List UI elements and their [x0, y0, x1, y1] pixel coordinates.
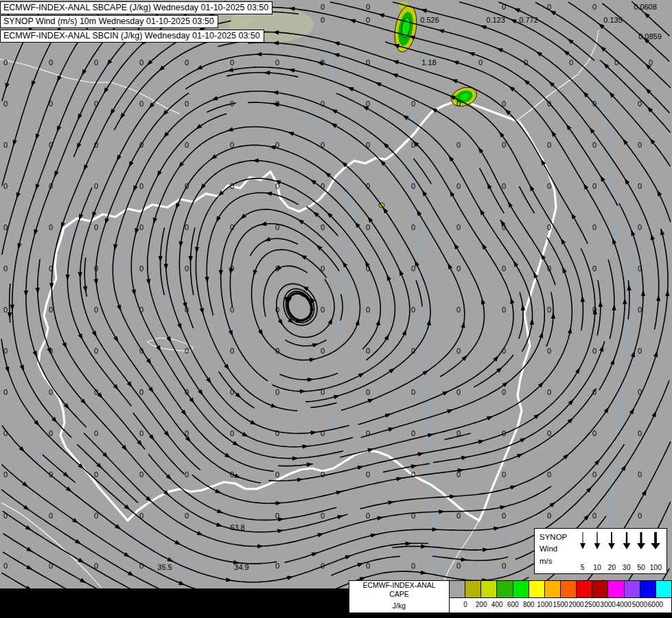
grid-value-label: 0	[321, 3, 325, 11]
grid-value-label: 0	[321, 16, 325, 24]
grid-value-label: 0	[502, 388, 506, 396]
grid-value-label: 0	[321, 223, 325, 231]
grid-value-label: 0	[185, 470, 189, 479]
wind-arrow-icon	[577, 531, 588, 550]
grid-value-label: 0	[569, 58, 573, 67]
cape-color-cell	[640, 581, 656, 597]
cape-tick-label: 400	[491, 601, 503, 608]
grid-value-label: 0	[321, 562, 325, 570]
grid-value-label: 0	[94, 264, 98, 273]
wind-arrow-icon	[636, 531, 647, 550]
grid-value-label: 0	[185, 223, 189, 231]
grid-value-label: 0	[139, 388, 143, 396]
grid-value-label: 0	[502, 562, 506, 570]
grid-value-label: 0	[49, 182, 53, 190]
wind-speed-label: 50	[637, 564, 645, 572]
cape-color-cell	[529, 581, 545, 597]
grid-value-label: 0	[139, 141, 143, 149]
grid-value-label: 0	[547, 347, 551, 355]
grid-value-label: 0	[502, 306, 506, 314]
grid-value-label: 0.135	[603, 16, 623, 24]
grid-value-label: 0	[638, 100, 642, 108]
grid-value-label: 0	[275, 141, 279, 149]
grid-value-label: 0	[411, 429, 415, 437]
grid-value-label: 0	[275, 264, 279, 273]
grid-value-label: 0	[230, 347, 234, 355]
grid-value-label: 0	[411, 100, 415, 108]
grid-value-label: 35.5	[157, 563, 172, 571]
cape-tick-label: 6000	[648, 601, 663, 608]
grid-value-label: 0	[139, 470, 143, 479]
cape-color-cell	[545, 581, 561, 597]
grid-value-label: 0	[411, 223, 415, 231]
grid-value-label: 0.772	[519, 16, 538, 24]
cape-color-cell	[625, 581, 640, 597]
grid-value-label: 0	[49, 264, 53, 273]
grid-value-label: 0	[275, 58, 279, 67]
grid-value-label: 0	[547, 388, 551, 396]
grid-value-label: 0	[139, 264, 143, 273]
wind-speed-label: 20	[607, 564, 616, 572]
grid-value-label: 0	[275, 388, 279, 396]
grid-value-label: 0	[547, 141, 551, 149]
grid-value-label: 0	[366, 512, 370, 520]
grid-value-label: 0.0608	[634, 3, 657, 11]
cape-tick-labels: 0200400600800100015002000250030004000500…	[450, 598, 671, 613]
grid-value-label: 0	[592, 470, 596, 479]
grid-value-label: 0	[94, 141, 98, 149]
grid-value-label: 0	[411, 388, 415, 396]
grid-value-label: 0	[366, 264, 370, 273]
grid-value-label: 0	[94, 388, 98, 396]
grid-value-label: 0	[614, 58, 618, 67]
cape-tick-label: 600	[507, 601, 519, 608]
grid-value-label: 0	[94, 223, 98, 231]
grid-value-label: 0	[275, 182, 279, 190]
grid-value-label: 0	[366, 347, 370, 355]
cape-color-cell	[577, 581, 592, 597]
grid-value-label: 0	[230, 58, 234, 67]
cape-color-cell	[561, 581, 577, 597]
grid-value-label: 0	[3, 182, 8, 190]
grid-value-label: 0	[592, 388, 596, 396]
grid-value-label: 0	[94, 182, 98, 190]
cape-tick-label: 3000	[601, 601, 616, 608]
title-line-sbcin: ECMWF-INDEX-ANAL SBCIN (J/kg) Wednesday …	[0, 30, 264, 43]
grid-value-label: 0	[547, 100, 551, 108]
cape-color-cell	[497, 581, 513, 597]
cape-color-cell	[513, 581, 529, 597]
grid-value-label: 0	[547, 429, 551, 437]
grid-value-label: 0	[547, 512, 551, 520]
grid-value-label: 0	[592, 347, 596, 355]
grid-value-label: 0	[3, 470, 8, 479]
grid-value-label: 0	[3, 512, 8, 520]
grid-value-label: 0	[456, 470, 461, 479]
grid-value-label: 0	[592, 3, 596, 11]
wind-legend-title: SYNOP	[540, 531, 575, 543]
grid-value-label: 0	[456, 512, 461, 520]
cape-tick-label: 200	[476, 601, 487, 608]
wind-speed-label: 10	[593, 564, 601, 572]
wind-arrow-icon	[650, 531, 661, 550]
grid-value-label: 0	[139, 512, 143, 520]
wind-legend-entry: 50	[634, 531, 648, 571]
grid-value-label: 0	[94, 100, 98, 108]
grid-value-label: 0	[94, 429, 98, 437]
grid-value-label: 0	[592, 100, 596, 108]
grid-value-label: 0	[230, 429, 234, 437]
grid-value-label: 0	[3, 223, 8, 231]
grid-value-label: 0	[321, 182, 325, 190]
grid-value-label: 0	[411, 141, 415, 149]
grid-value-label: 0	[321, 100, 325, 108]
grid-value-label: 0	[49, 141, 53, 149]
grid-value-label: 0	[275, 347, 279, 355]
grid-value-label: 0	[94, 562, 98, 570]
grid-value-label: 0	[502, 182, 506, 190]
grid-value-label: 0	[49, 470, 53, 479]
grid-value-label: 0	[139, 306, 143, 314]
weather-map: 0000000000000000000000000000000000000000…	[0, 0, 672, 618]
grid-value-label: 0	[275, 512, 279, 520]
grid-value-label: 0	[94, 512, 98, 520]
grid-value-label: 0	[638, 429, 642, 437]
wind-legend-entry: 100	[649, 531, 663, 571]
grid-value-label: 0	[366, 3, 370, 11]
